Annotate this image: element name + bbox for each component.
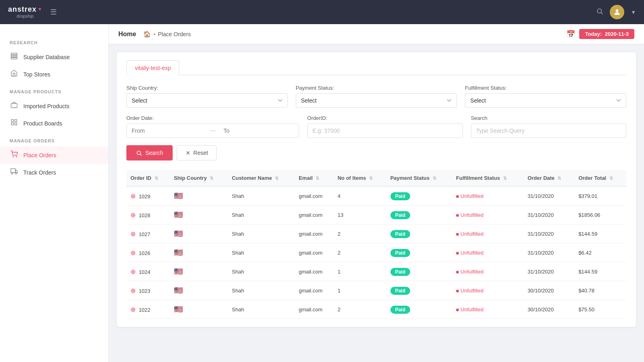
cell-fulfillment-status: Unfulfilled <box>452 186 524 206</box>
fulfillment-status: Unfulfilled <box>456 250 483 256</box>
payment-badge: Paid <box>390 230 410 238</box>
calendar-icon[interactable]: 📅 <box>566 30 575 39</box>
expand-icon[interactable]: ⊕ <box>130 230 136 237</box>
cell-order-date: 30/10/2020 <box>524 300 575 319</box>
fulfillment-status: Unfulfilled <box>456 269 483 275</box>
sort-icon-ship-country: ⇅ <box>210 176 213 181</box>
table-row: ⊕ 1023 🇺🇸 Shah gmail.com 1 Paid Unfulfil… <box>126 281 626 300</box>
content-panel: vitaliy-test-exp Ship Country: Select Pa… <box>117 52 636 327</box>
search-label: Search <box>471 115 626 121</box>
sidebar-item-place-orders[interactable]: Place Orders <box>0 146 108 164</box>
cell-order-date: 31/10/2020 <box>524 186 575 206</box>
expand-icon[interactable]: ⊕ <box>130 249 136 256</box>
sidebar-item-imported-products[interactable]: Imported Products <box>0 97 108 115</box>
col-fulfillment-status-label: Fulfillment Status <box>456 175 500 181</box>
reset-button[interactable]: Reset <box>177 145 217 160</box>
track-orders-icon <box>10 168 19 177</box>
date-range-input: ··· <box>126 123 299 138</box>
sidebar-item-label: Supplier Database <box>23 54 70 60</box>
payment-badge: Paid <box>390 287 410 295</box>
col-no-of-items[interactable]: No of Items ⇅ <box>334 170 386 186</box>
cell-email: gmail.com <box>295 224 334 243</box>
cell-order-id: ⊕ 1027 <box>126 224 170 243</box>
manage-orders-section-label: MANAGE ORDERS <box>0 132 108 146</box>
breadcrumb-home: Home <box>118 31 136 38</box>
payment-badge: Paid <box>390 306 410 314</box>
sidebar-item-track-orders[interactable]: Track Orders <box>0 164 108 181</box>
sort-icon-order-id: ⇅ <box>155 176 158 181</box>
cell-no-of-items: 2 <box>334 300 386 319</box>
sort-icon-email: ⇅ <box>316 176 319 181</box>
col-order-total[interactable]: Order Total ⇅ <box>574 170 626 186</box>
breadcrumb-separator: • <box>153 31 155 37</box>
cell-email: gmail.com <box>295 186 334 206</box>
avatar[interactable] <box>610 5 624 19</box>
sidebar-item-top-stores[interactable]: Top Stores <box>0 66 108 83</box>
cell-payment-status: Paid <box>386 206 452 224</box>
tab-vitaliy[interactable]: vitaliy-test-exp <box>126 60 179 75</box>
col-order-id-label: Order ID <box>130 175 151 181</box>
tab-bar: vitaliy-test-exp <box>126 60 626 75</box>
status-dot <box>456 309 459 311</box>
date-to-input[interactable] <box>219 124 299 138</box>
breadcrumb-current: Place Orders <box>158 31 191 37</box>
cell-order-total: $379.01 <box>574 186 626 206</box>
home-icon[interactable]: 🏠 <box>143 31 151 38</box>
cell-payment-status: Paid <box>386 224 452 243</box>
col-customer-name-label: Customer Name <box>232 175 272 181</box>
imported-products-icon <box>10 101 19 111</box>
search-input[interactable] <box>471 123 626 138</box>
sidebar: RESEARCH Supplier Database Top Stores MA… <box>0 24 109 362</box>
cell-order-date: 31/10/2020 <box>524 243 575 262</box>
cell-customer-name: Shah <box>228 262 295 281</box>
cell-fulfillment-status: Unfulfilled <box>452 281 524 300</box>
expand-icon[interactable]: ⊕ <box>130 287 136 294</box>
cell-order-date: 31/10/2020 <box>524 262 575 281</box>
fulfillment-status: Unfulfilled <box>456 288 483 294</box>
sort-icon-items: ⇅ <box>369 176 373 181</box>
svg-rect-9 <box>11 123 13 125</box>
payment-badge: Paid <box>390 249 410 257</box>
sidebar-item-product-boards[interactable]: Product Boards <box>0 115 108 132</box>
sidebar-item-supplier-database[interactable]: Supplier Database <box>0 48 108 66</box>
ship-country-select[interactable]: Select <box>126 93 288 108</box>
table-body: ⊕ 1029 🇺🇸 Shah gmail.com 4 Paid Unfulfil… <box>126 186 626 319</box>
expand-icon[interactable]: ⊕ <box>130 268 136 275</box>
cell-customer-name: Shah <box>228 186 295 206</box>
cell-payment-status: Paid <box>386 243 452 262</box>
expand-icon[interactable]: ⊕ <box>130 193 136 200</box>
table-row: ⊕ 1022 🇺🇸 Shah gmail.com 2 Paid Unfulfil… <box>126 300 626 319</box>
expand-icon[interactable]: ⊕ <box>130 212 136 218</box>
payment-status-select[interactable]: Select <box>296 93 457 108</box>
date-from-input[interactable] <box>127 124 207 138</box>
col-customer-name[interactable]: Customer Name ⇅ <box>228 170 295 186</box>
cell-fulfillment-status: Unfulfilled <box>452 300 524 319</box>
search-icon[interactable] <box>596 8 603 17</box>
svg-rect-7 <box>11 119 13 121</box>
search-button-icon <box>136 150 142 156</box>
fulfillment-status: Unfulfilled <box>456 212 483 218</box>
fulfillment-status-select[interactable]: Select <box>465 93 626 108</box>
sidebar-item-label: Top Stores <box>23 71 50 78</box>
user-dropdown[interactable]: ▼ <box>631 9 636 15</box>
hamburger-menu[interactable]: ☰ <box>50 8 57 16</box>
col-ship-country[interactable]: Ship Country ⇅ <box>170 170 228 186</box>
col-payment-status-label: Payment Status <box>390 175 430 181</box>
sidebar-item-label: Imported Products <box>23 103 69 109</box>
cell-order-total: $6.42 <box>574 243 626 262</box>
col-email[interactable]: Email ⇅ <box>295 170 334 186</box>
cell-ship-country: 🇺🇸 <box>170 300 228 319</box>
expand-icon[interactable]: ⊕ <box>130 306 136 313</box>
search-button[interactable]: Search <box>126 145 173 160</box>
cell-no-of-items: 1 <box>334 281 386 300</box>
col-payment-status[interactable]: Payment Status ⇅ <box>386 170 452 186</box>
logo-text: anstrex <box>8 6 37 14</box>
cell-fulfillment-status: Unfulfilled <box>452 206 524 224</box>
cell-order-id: ⊕ 1029 <box>126 186 170 206</box>
col-fulfillment-status[interactable]: Fulfillment Status ⇅ <box>452 170 524 186</box>
col-order-id[interactable]: Order ID ⇅ <box>126 170 170 186</box>
order-id-input[interactable] <box>307 123 462 138</box>
col-order-date[interactable]: Order Date ⇅ <box>524 170 575 186</box>
flag-icon: 🇺🇸 <box>174 249 183 257</box>
nav-left: anstrex ▼ dropship ☰ <box>8 6 57 19</box>
